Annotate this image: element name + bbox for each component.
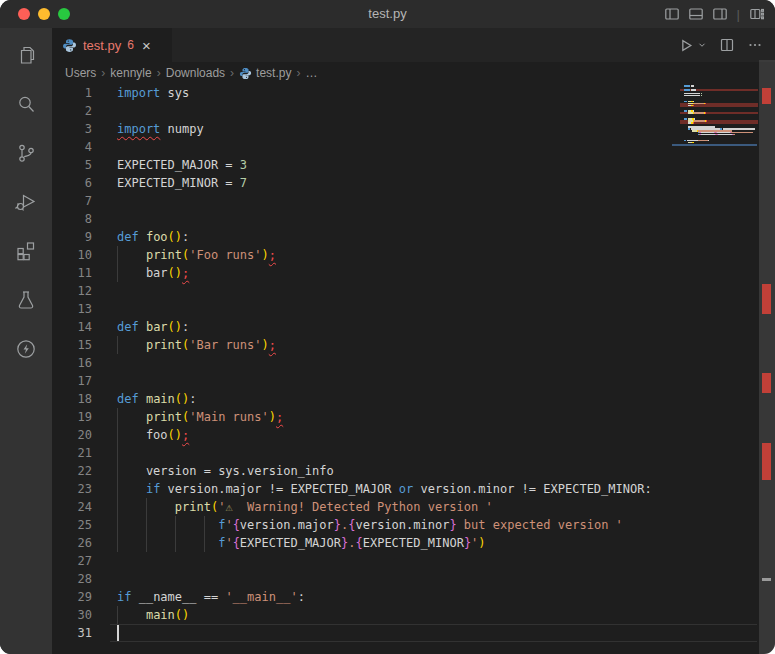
line-number[interactable]: 6 <box>55 174 92 192</box>
toggle-primary-sidebar-button[interactable] <box>664 6 680 22</box>
code-line[interactable]: 31 <box>52 624 775 642</box>
sidebar-item-source-control[interactable] <box>13 140 39 166</box>
sidebar-item-search[interactable] <box>13 91 39 117</box>
line-number[interactable]: 5 <box>55 156 92 174</box>
line-number[interactable]: 16 <box>55 354 92 372</box>
code-line[interactable]: 4 <box>52 138 775 156</box>
sidebar-item-run-debug[interactable] <box>13 189 39 215</box>
line-number[interactable]: 21 <box>55 444 92 462</box>
code-line[interactable]: 16 <box>52 354 775 372</box>
more-actions-button[interactable] <box>747 37 763 53</box>
code-line[interactable]: 25 f'{version.major}.{version.minor} but… <box>52 516 775 534</box>
line-number[interactable]: 14 <box>55 318 92 336</box>
code-text: version = sys.version_info <box>117 462 334 480</box>
line-number[interactable]: 31 <box>55 624 92 642</box>
code-line[interactable]: 19 print('Main runs'); <box>52 408 775 426</box>
line-number[interactable]: 15 <box>55 336 92 354</box>
line-number[interactable]: 26 <box>55 534 92 552</box>
code-line[interactable]: 23 if version.major != EXPECTED_MAJOR or… <box>52 480 775 498</box>
line-number[interactable]: 25 <box>55 516 92 534</box>
code-line[interactable]: 2 <box>52 102 775 120</box>
code-line[interactable]: 30 main() <box>52 606 775 624</box>
code-line[interactable]: 15 print('Bar runs'); <box>52 336 775 354</box>
code-token: version.minor <box>355 518 449 532</box>
code-line[interactable]: 5EXPECTED_MAJOR = 3 <box>52 156 775 174</box>
code-line[interactable]: 17 <box>52 372 775 390</box>
toggle-secondary-sidebar-button[interactable] <box>712 6 728 22</box>
run-python-file-button[interactable] <box>677 37 707 54</box>
tab-test-py[interactable]: test.py 6 × <box>52 28 172 62</box>
sidebar-item-extensions[interactable] <box>13 238 39 264</box>
code-line[interactable]: 12 <box>52 282 775 300</box>
line-number[interactable]: 18 <box>55 390 92 408</box>
code-line[interactable]: 20 foo(); <box>52 426 775 444</box>
code-token <box>117 482 146 496</box>
code-token: () <box>175 392 189 406</box>
window-title: test.py <box>0 0 775 28</box>
code-line[interactable]: 26 f'{EXPECTED_MAJOR}.{EXPECTED_MINOR}') <box>52 534 775 552</box>
line-number[interactable]: 8 <box>55 210 92 228</box>
code-line[interactable]: 6EXPECTED_MINOR = 7 <box>52 174 775 192</box>
code-line[interactable]: 14def bar(): <box>52 318 775 336</box>
line-number[interactable]: 23 <box>55 480 92 498</box>
code-line[interactable]: 10 print('Foo runs'); <box>52 246 775 264</box>
sidebar-item-lightning[interactable] <box>13 336 39 362</box>
code-line[interactable]: 7 <box>52 192 775 210</box>
code-line[interactable]: 21 <box>52 444 775 462</box>
line-number[interactable]: 29 <box>55 588 92 606</box>
line-number[interactable]: 3 <box>55 120 92 138</box>
line-number[interactable]: 24 <box>55 498 92 516</box>
line-number[interactable]: 11 <box>55 264 92 282</box>
line-number[interactable]: 30 <box>55 606 92 624</box>
breadcrumb-item[interactable]: test.py <box>239 66 291 80</box>
scrollbar[interactable] <box>759 60 775 654</box>
toggle-panel-button[interactable] <box>688 6 704 22</box>
minimap[interactable] <box>672 85 758 149</box>
code-token-error: ; <box>269 338 276 352</box>
search-icon <box>13 91 39 117</box>
line-number[interactable]: 7 <box>55 192 92 210</box>
customize-layout-button[interactable] <box>749 6 765 22</box>
sidebar-item-testing[interactable] <box>13 287 39 313</box>
code-token: import <box>117 86 160 100</box>
line-number[interactable]: 22 <box>55 462 92 480</box>
code-line[interactable]: 29if __name__ == '__main__': <box>52 588 775 606</box>
code-text: main() <box>117 606 189 624</box>
code-line[interactable]: 8 <box>52 210 775 228</box>
sidebar-item-explorer[interactable] <box>13 42 39 68</box>
breadcrumb-item[interactable]: Users <box>65 66 96 80</box>
code-token: } <box>334 518 341 532</box>
code-line[interactable]: 24 print('⚠ Warning! Detected Python ver… <box>52 498 775 516</box>
line-number[interactable]: 2 <box>55 102 92 120</box>
code-line[interactable]: 11 bar(); <box>52 264 775 282</box>
line-number[interactable]: 28 <box>55 570 92 588</box>
code-line[interactable]: 18def main(): <box>52 390 775 408</box>
breadcrumb-item[interactable]: Downloads <box>166 66 225 80</box>
code-token: numpy <box>160 122 203 136</box>
line-number[interactable]: 17 <box>55 372 92 390</box>
panel-bottom-icon <box>688 6 704 22</box>
line-number[interactable]: 19 <box>55 408 92 426</box>
code-line[interactable]: 9def foo(): <box>52 228 775 246</box>
line-number[interactable]: 27 <box>55 552 92 570</box>
line-number[interactable]: 4 <box>55 138 92 156</box>
split-editor-button[interactable] <box>719 37 735 53</box>
code-line[interactable]: 28 <box>52 570 775 588</box>
tab-close-button[interactable]: × <box>142 38 151 53</box>
code-line[interactable]: 27 <box>52 552 775 570</box>
line-number[interactable]: 12 <box>55 282 92 300</box>
code-line[interactable]: 1import sys <box>52 84 775 102</box>
code-token: : <box>189 392 196 406</box>
line-number[interactable]: 20 <box>55 426 92 444</box>
code-token: '__main__' <box>225 590 297 604</box>
code-line[interactable]: 13 <box>52 300 775 318</box>
breadcrumb-item[interactable]: … <box>305 66 317 80</box>
code-line[interactable]: 3import numpy <box>52 120 775 138</box>
line-number[interactable]: 13 <box>55 300 92 318</box>
code-line[interactable]: 22 version = sys.version_info <box>52 462 775 480</box>
line-number[interactable]: 1 <box>55 84 92 102</box>
line-number[interactable]: 9 <box>55 228 92 246</box>
line-number[interactable]: 10 <box>55 246 92 264</box>
breadcrumb-item[interactable]: kennyle <box>110 66 151 80</box>
code-token-error: ; <box>276 410 283 424</box>
